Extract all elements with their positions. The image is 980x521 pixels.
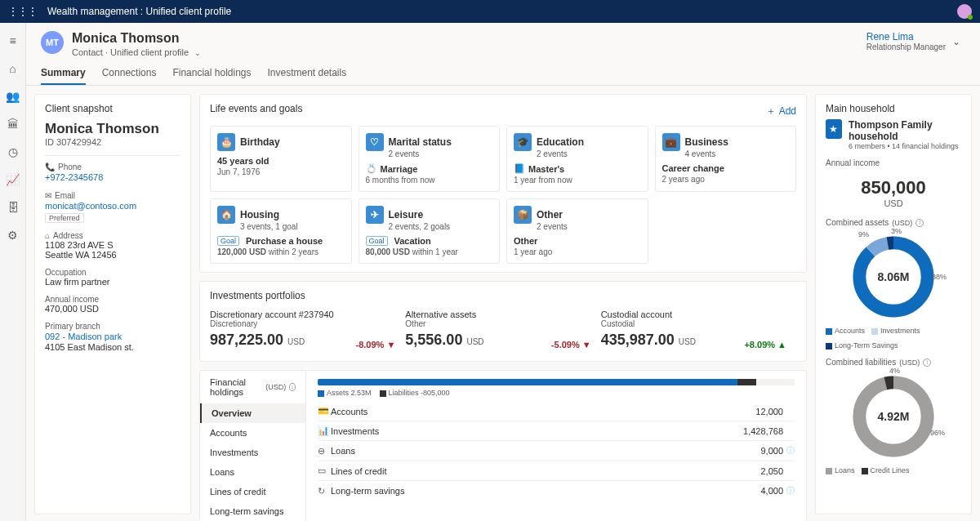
hh-income: 850,000 bbox=[826, 177, 961, 198]
info-icon[interactable]: i bbox=[915, 219, 924, 227]
page-header: MT Monica Thomson Contact · Unified clie… bbox=[26, 23, 980, 57]
occupation-value: Law firm partner bbox=[45, 277, 180, 287]
life-tile[interactable]: 📦Other2 eventsOther1 year ago bbox=[506, 198, 648, 264]
row-icon: ⊖ bbox=[318, 446, 331, 456]
tile-icon: ✈ bbox=[366, 206, 384, 224]
holdings-card: Financial holdings (USD) i OverviewAccou… bbox=[199, 370, 807, 521]
row-icon: 📊 bbox=[318, 425, 331, 436]
add-life-event-button[interactable]: ＋Add bbox=[766, 105, 796, 118]
clock-icon[interactable]: ◷ bbox=[8, 145, 18, 158]
portfolio-column[interactable]: Custodial accountCustodial435,987.00 USD… bbox=[601, 306, 796, 353]
household-name: Thompson Family household bbox=[849, 119, 961, 142]
address-icon: ⌂ bbox=[45, 231, 50, 240]
holdings-nav-item[interactable]: Accounts bbox=[200, 423, 305, 443]
phone-label: Phone bbox=[58, 163, 82, 171]
holdings-row[interactable]: 💳Accounts12,000 bbox=[318, 402, 795, 421]
address-line1: 1108 23rd AVE S bbox=[45, 240, 180, 250]
home-icon[interactable]: ⌂ bbox=[9, 62, 16, 75]
user-avatar[interactable] bbox=[957, 4, 972, 19]
menu-icon[interactable]: ≡ bbox=[9, 34, 16, 47]
life-tile[interactable]: 🎓Education2 events📘Master's1 year from n… bbox=[506, 126, 648, 192]
hh-income-label: Annual income bbox=[826, 158, 961, 167]
branch-label: Primary branch bbox=[45, 322, 180, 331]
holdings-row[interactable]: ▭Lines of credit2,050 bbox=[318, 461, 795, 480]
assets-label: Combined assets bbox=[826, 218, 889, 227]
left-rail: ≡ ⌂ 👥 🏛 ◷ 📈 🗄 ⚙ bbox=[0, 23, 26, 521]
archive-icon[interactable]: 🗄 bbox=[7, 201, 19, 214]
branch-link[interactable]: 092 - Madison park bbox=[45, 332, 122, 341]
tab-investment-details[interactable]: Investment details bbox=[267, 62, 346, 85]
life-tile[interactable]: ♡Marital status2 events💍Marriage6 months… bbox=[359, 126, 501, 192]
gear-icon[interactable]: ⚙ bbox=[7, 229, 18, 242]
form-name[interactable]: Unified client profile bbox=[110, 47, 189, 57]
investments-card: Investments portfolios Discretionary acc… bbox=[199, 281, 807, 362]
plus-icon: ＋ bbox=[766, 105, 776, 118]
phone-link[interactable]: +972-2345678 bbox=[45, 172, 103, 182]
household-sub: 6 members • 14 financial holdings bbox=[849, 142, 961, 150]
holdings-nav-item[interactable]: Lines of credit bbox=[200, 482, 305, 501]
tab-financial-holdings[interactable]: Financial holdings bbox=[172, 62, 251, 85]
holdings-title: Financial holdings bbox=[210, 377, 262, 397]
household-title: Main household bbox=[826, 103, 961, 114]
owner-role: Relationship Manager bbox=[866, 42, 946, 51]
liab-legend: Loans Credit Lines bbox=[826, 466, 961, 474]
phone-icon: 📞 bbox=[45, 163, 55, 171]
assets-legend: Accounts Investments Long-Term Savings bbox=[826, 327, 961, 350]
life-tile[interactable]: 💼Business4 eventsCareer change2 years ag… bbox=[655, 126, 797, 192]
life-tile[interactable]: 🏠Housing3 events, 1 goalGoalPurchase a h… bbox=[210, 198, 352, 264]
holdings-legend: Assets 2.53M Liabilities -805,000 bbox=[318, 389, 795, 397]
row-icon: ▭ bbox=[318, 465, 331, 476]
holdings-nav-item[interactable]: Investments bbox=[200, 443, 305, 462]
snapshot-id: ID 307429942 bbox=[45, 137, 180, 147]
life-tile[interactable]: 🎂Birthday45 years oldJun 7, 1976 bbox=[210, 126, 352, 192]
holdings-row[interactable]: 📊Investments1,428,768 bbox=[318, 421, 795, 440]
life-title: Life events and goals bbox=[210, 103, 302, 114]
building-icon[interactable]: 🏛 bbox=[7, 118, 19, 131]
address-label: Address bbox=[53, 231, 83, 240]
holdings-nav-item[interactable]: Overview bbox=[200, 403, 305, 423]
holdings-nav-item[interactable]: Long-term savings bbox=[200, 501, 305, 521]
portfolio-column[interactable]: Discretionary account #237940Discretiona… bbox=[210, 306, 405, 353]
record-owner[interactable]: Rene Lima Relationship Manager ⌄ bbox=[866, 31, 965, 51]
chevron-down-icon[interactable]: ⌄ bbox=[952, 36, 960, 47]
liab-label: Combined liabilities bbox=[826, 358, 896, 367]
app-title: Wealth management : Unified client profi… bbox=[47, 6, 231, 17]
people-icon[interactable]: 👥 bbox=[6, 90, 20, 103]
holdings-nav-item[interactable]: Loans bbox=[200, 462, 305, 482]
household-card: Main household ★ Thompson Family househo… bbox=[815, 94, 972, 514]
client-snapshot-card: Client snapshot Monica Thomson ID 307429… bbox=[34, 94, 191, 514]
tab-summary[interactable]: Summary bbox=[41, 62, 86, 85]
portfolio-column[interactable]: Alternative assetsOther5,556.00 USD-5.09… bbox=[405, 306, 600, 353]
app-launcher-icon[interactable]: ⋮⋮⋮ bbox=[8, 6, 38, 17]
assets-donut: 8.06M 88% 9% 3% bbox=[849, 232, 938, 322]
household-icon: ★ bbox=[826, 119, 842, 139]
tile-icon: 💼 bbox=[662, 133, 680, 151]
occupation-label: Occupation bbox=[45, 268, 180, 277]
email-link[interactable]: monicat@contoso.com bbox=[45, 201, 136, 211]
income-label: Annual income bbox=[45, 295, 180, 304]
tile-icon: ♡ bbox=[366, 133, 384, 151]
address-line2: Seattle WA 12456 bbox=[45, 250, 180, 260]
tile-icon: 🏠 bbox=[217, 206, 235, 224]
email-label: Email bbox=[55, 191, 75, 200]
info-icon[interactable]: i bbox=[289, 383, 296, 391]
form-tabs: Summary Connections Financial holdings I… bbox=[26, 57, 980, 86]
mail-icon: ✉ bbox=[45, 191, 51, 200]
holdings-bar bbox=[318, 379, 795, 385]
income-value: 470,000 USD bbox=[45, 304, 180, 314]
holdings-row[interactable]: ↻Long-term savings4,000ⓘ bbox=[318, 480, 795, 501]
life-tile[interactable]: ✈Leisure2 events, 2 goalsGoalVacation80,… bbox=[359, 198, 501, 264]
tab-connections[interactable]: Connections bbox=[102, 62, 157, 85]
invest-title: Investments portfolios bbox=[210, 290, 796, 301]
holdings-row[interactable]: ⊖Loans9,000ⓘ bbox=[318, 440, 795, 461]
chart-icon[interactable]: 📈 bbox=[6, 173, 20, 186]
contact-avatar: MT bbox=[41, 31, 64, 54]
row-icon: ↻ bbox=[318, 486, 331, 497]
chevron-down-icon[interactable]: ⌄ bbox=[194, 49, 201, 57]
info-icon[interactable]: i bbox=[923, 358, 931, 367]
owner-name: Rene Lima bbox=[866, 31, 946, 42]
snapshot-name: Monica Thomson bbox=[45, 121, 180, 137]
liabilities-donut: 4.92M 96% 4% bbox=[849, 372, 938, 461]
branch-line2: 4105 East Madison st. bbox=[45, 342, 180, 352]
topbar: ⋮⋮⋮ Wealth management : Unified client p… bbox=[0, 0, 980, 23]
